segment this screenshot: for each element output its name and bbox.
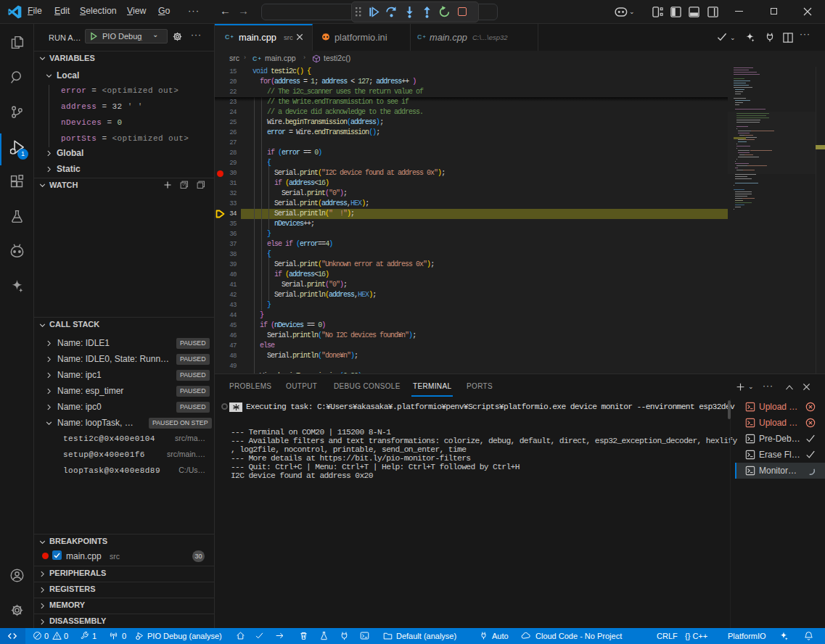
svg-text:C: C — [253, 55, 258, 62]
svg-text:C: C — [225, 33, 230, 41]
svg-text:C: C — [417, 33, 422, 41]
